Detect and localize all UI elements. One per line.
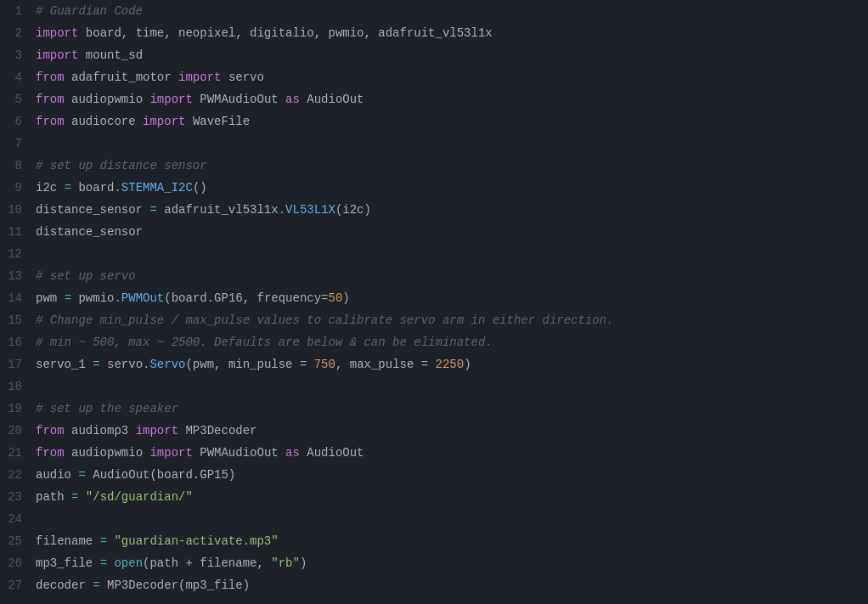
line-number: 7 (7, 133, 22, 155)
line-number: 18 (7, 375, 22, 398)
line-number: 22 (7, 464, 22, 486)
code-line: from audiopwmio import PWMAudioOut as Au… (36, 442, 868, 464)
code-line (36, 243, 868, 265)
line-number: 23 (7, 486, 22, 508)
line-number: 17 (7, 353, 22, 375)
line-number: 3 (7, 44, 22, 66)
line-number: 5 (7, 88, 22, 110)
line-number: 2 (7, 22, 22, 44)
code-line: from audiomp3 import MP3Decoder (36, 420, 868, 442)
line-number: 6 (7, 110, 22, 133)
line-number: 16 (7, 331, 22, 353)
line-number: 14 (7, 287, 22, 309)
line-number: 25 (7, 530, 22, 552)
code-line: audio = AudioOut(board.GP15) (36, 464, 868, 486)
line-number: 20 (7, 420, 22, 442)
line-number: 4 (7, 66, 22, 88)
code-line (36, 375, 868, 398)
line-number: 24 (7, 508, 22, 530)
code-editor: 1234567891011121314151617181920212223242… (0, 0, 868, 596)
code-line: # min ~ 500, max ~ 2500. Defaults are be… (36, 331, 868, 353)
code-line: from adafruit_motor import servo (36, 66, 868, 88)
line-number: 1 (7, 0, 22, 22)
line-number: 11 (7, 221, 22, 243)
code-line: i2c = board.STEMMA_I2C() (36, 177, 868, 199)
code-line: # set up distance sensor (36, 155, 868, 177)
code-line: from audiocore import WaveFile (36, 110, 868, 133)
code-line: path = "/sd/guardian/" (36, 486, 868, 508)
code-line: mp3_file = open(path + filename, "rb") (36, 552, 868, 574)
code-line: # Guardian Code (36, 0, 868, 22)
code-line: from audiopwmio import PWMAudioOut as Au… (36, 88, 868, 110)
line-number: 8 (7, 155, 22, 177)
code-lines[interactable]: # Guardian Codeimport board, time, neopi… (32, 0, 868, 596)
code-line: distance_sensor (36, 221, 868, 243)
code-line: # set up the speaker (36, 398, 868, 420)
code-line (36, 133, 868, 155)
line-number: 21 (7, 442, 22, 464)
code-line: decoder = MP3Decoder(mp3_file) (36, 574, 868, 596)
code-line: # set up servo (36, 265, 868, 287)
code-line: distance_sensor = adafruit_vl53l1x.VL53L… (36, 199, 868, 221)
line-number: 10 (7, 199, 22, 221)
line-number: 26 (7, 552, 22, 574)
code-line: servo_1 = servo.Servo(pwm, min_pulse = 7… (36, 353, 868, 375)
line-number: 15 (7, 309, 22, 331)
code-line: filename = "guardian-activate.mp3" (36, 530, 868, 552)
line-number: 13 (7, 265, 22, 287)
line-number: 27 (7, 574, 22, 596)
line-numbers: 1234567891011121314151617181920212223242… (0, 0, 32, 596)
code-line (36, 508, 868, 530)
line-number: 19 (7, 398, 22, 420)
line-number: 9 (7, 177, 22, 199)
code-line: import mount_sd (36, 44, 868, 66)
code-line: # Change min_pulse / max_pulse values to… (36, 309, 868, 331)
line-number: 12 (7, 243, 22, 265)
code-line: pwm = pwmio.PWMOut(board.GP16, frequency… (36, 287, 868, 309)
code-line: import board, time, neopixel, digitalio,… (36, 22, 868, 44)
